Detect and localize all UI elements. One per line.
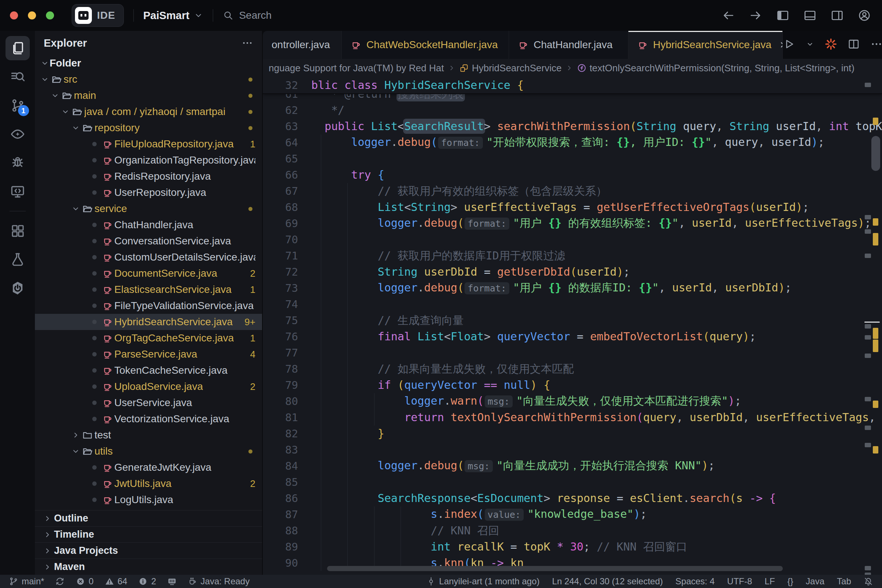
status-item-utf8[interactable]: UTF-8 xyxy=(727,576,752,586)
code-line[interactable]: 83 xyxy=(263,442,882,458)
tree-item-file[interactable]: JwtUtils.java2 xyxy=(35,476,262,492)
tree-item-file[interactable]: ChatHandler.java xyxy=(35,217,262,233)
breadcrumb-item[interactable]: nguage Support for Java(TM) by Red Hat xyxy=(268,63,444,74)
sidebar-section-timeline[interactable]: Timeline xyxy=(35,526,262,542)
tree-item-folder[interactable]: main xyxy=(35,87,262,104)
code-line[interactable]: 78 // 如果向量生成失败，仅使用文本匹配 xyxy=(263,361,882,377)
sidebar-section-outline[interactable]: Outline xyxy=(35,510,262,526)
code-line[interactable]: 65 xyxy=(263,151,882,167)
code-line[interactable]: 85 xyxy=(263,474,882,490)
tree-item-file[interactable]: GenerateJwtKey.java xyxy=(35,459,262,476)
vertical-scrollbar[interactable] xyxy=(872,136,880,171)
account-button[interactable] xyxy=(858,9,871,22)
code-line[interactable]: 81 return textOnlySearchWithPermission(q… xyxy=(263,410,882,426)
activity-item-eye[interactable] xyxy=(6,122,30,146)
arrow-left-button[interactable] xyxy=(722,9,735,22)
status-item-java[interactable]: Java xyxy=(806,576,825,586)
tree-item-file[interactable]: FileUploadRepository.java1 xyxy=(35,136,262,152)
tree-item-file[interactable]: LogUtils.java xyxy=(35,492,262,508)
code-editor[interactable]: 61 * @return 搜索结果列表62 */63 public List<S… xyxy=(263,77,882,575)
code-line[interactable]: 70 xyxy=(263,231,882,248)
activity-item-extensions[interactable] xyxy=(6,219,30,243)
activity-item-beaker[interactable] xyxy=(6,248,30,272)
status-item-{}[interactable]: {} xyxy=(788,576,794,586)
tree-item-folder[interactable]: java / com / yizhaoqi / smartpai xyxy=(35,104,262,120)
activity-item-remote-screen[interactable] xyxy=(6,179,30,204)
status-item-main[interactable]: main* xyxy=(9,576,44,586)
tree-item-folder[interactable]: utils xyxy=(35,443,262,459)
horizontal-scrollbar[interactable] xyxy=(327,566,783,571)
editor-tab[interactable]: HybridSearchService.java xyxy=(628,31,783,59)
code-line[interactable]: 67 // 获取用户有效的组织标签（包含层级关系） xyxy=(263,183,882,199)
activity-item-bug[interactable] xyxy=(6,151,30,175)
workspace-root[interactable]: Folder xyxy=(35,55,262,71)
code-line[interactable]: 73 logger.debug(format:"用户 {} 的数据库ID: {}… xyxy=(263,280,882,296)
more-actions-icon[interactable] xyxy=(242,37,253,49)
code-line[interactable]: 82 } xyxy=(263,426,882,442)
code-line[interactable]: 72 String userDbId = getUserDbId(userId)… xyxy=(263,264,882,280)
tree-item-file[interactable]: VectorizationService.java xyxy=(35,411,262,427)
minimize-window-button[interactable] xyxy=(28,11,36,20)
status-item[interactable] xyxy=(167,577,177,586)
code-line[interactable]: 64 logger.debug(format:"开始带权限搜索，查询: {}, … xyxy=(263,135,882,151)
project-menu[interactable]: PaiSmart xyxy=(143,9,204,22)
activity-item-power-plugin[interactable] xyxy=(6,276,30,300)
code-line[interactable]: 86 SearchResponse<EsDocument> response =… xyxy=(263,490,882,506)
tree-item-file[interactable]: UserService.java xyxy=(35,395,262,411)
sidebar-section-java-projects[interactable]: Java Projects xyxy=(35,542,262,559)
tree-item-folder[interactable]: repository xyxy=(35,120,262,136)
status-item-spaces[interactable]: Spaces: 4 xyxy=(675,576,715,586)
code-line[interactable]: 69 logger.debug(format:"用户 {} 的有效组织标签: {… xyxy=(263,215,882,231)
panel-bottom-button[interactable] xyxy=(803,9,817,22)
close-window-button[interactable] xyxy=(10,11,18,20)
code-line[interactable]: 71 // 获取用户的数据库ID用于权限过滤 xyxy=(263,248,882,264)
status-item-lf[interactable]: LF xyxy=(765,576,775,586)
sidebar-section-maven[interactable]: Maven xyxy=(35,559,262,575)
tree-item-file[interactable]: DocumentService.java2 xyxy=(35,266,262,282)
code-line[interactable]: 77 xyxy=(263,345,882,361)
editor-tab[interactable]: ontroller.java xyxy=(263,31,342,59)
tree-item-file[interactable]: OrgTagCacheService.java1 xyxy=(35,330,262,346)
breadcrumb-item[interactable]: textOnlySearchWithPermission(String, Str… xyxy=(577,63,854,74)
tree-item-file[interactable]: TokenCacheService.java xyxy=(35,362,262,378)
status-item-java[interactable]: Java: Ready xyxy=(188,576,249,586)
status-item-ln[interactable]: Ln 244, Col 30 (12 selected) xyxy=(552,576,663,586)
run-dropdown-button[interactable] xyxy=(806,40,814,50)
close-tab-icon[interactable] xyxy=(779,40,783,50)
split-editor-button[interactable] xyxy=(848,38,860,52)
app-logo[interactable]: IDE xyxy=(72,4,124,27)
tree-item-file[interactable]: FileTypeValidationService.java xyxy=(35,298,262,314)
status-item[interactable] xyxy=(864,577,873,586)
tree-item-file[interactable]: RedisRepository.java xyxy=(35,168,262,184)
status-item-tab[interactable]: Tab xyxy=(837,576,851,586)
tree-item-file[interactable]: ParseService.java4 xyxy=(35,346,262,362)
code-line[interactable]: 84 logger.debug(msg:"向量生成成功，开始执行混合搜索 KNN… xyxy=(263,458,882,474)
breadcrumb-item[interactable]: HybridSearchService xyxy=(459,63,561,74)
tree-item-file[interactable]: UserRepository.java xyxy=(35,184,262,201)
extension-spark-button[interactable] xyxy=(825,38,837,52)
tree-item-file[interactable]: ElasticsearchService.java1 xyxy=(35,282,262,298)
tree-item-file[interactable]: CustomUserDetailsService.java xyxy=(35,249,262,266)
status-item-2[interactable]: 2 xyxy=(138,576,156,586)
status-item-0[interactable]: 0 xyxy=(76,576,93,586)
more-actions-button[interactable] xyxy=(870,38,882,52)
editor-tab[interactable]: ChatHandler.java xyxy=(509,31,628,59)
code-line[interactable]: 62 */ xyxy=(263,102,882,118)
run-button[interactable] xyxy=(783,38,795,52)
zoom-window-button[interactable] xyxy=(46,11,54,20)
editor-tab[interactable]: ChatWebSocketHandler.java xyxy=(342,31,509,59)
code-line[interactable]: 32blic class HybridSearchService { xyxy=(263,77,882,94)
code-line[interactable]: 66 try { xyxy=(263,167,882,183)
search-box[interactable]: Search xyxy=(223,9,272,21)
activity-item-files[interactable] xyxy=(6,36,30,60)
activity-item-search-list[interactable] xyxy=(6,64,30,89)
code-line[interactable]: 88 // KNN 召回 xyxy=(263,523,882,539)
tree-item-folder[interactable]: src xyxy=(35,71,262,87)
code-line[interactable]: 89 int recallK = topK * 30; // KNN 召回窗口 xyxy=(263,539,882,555)
code-line[interactable]: 79 if (queryVector == null) { xyxy=(263,377,882,393)
code-line[interactable]: 76 final List<Float> queryVector = embed… xyxy=(263,328,882,345)
tree-item-folder[interactable]: test xyxy=(35,427,262,443)
status-item-lanyileiart[interactable]: Lanyilei-art (1 month ago) xyxy=(426,576,540,586)
code-line[interactable]: 80 logger.warn(msg:"向量生成失败，仅使用文本匹配进行搜索")… xyxy=(263,393,882,410)
tree-item-file[interactable]: OrganizationTagRepository.java xyxy=(35,152,262,168)
